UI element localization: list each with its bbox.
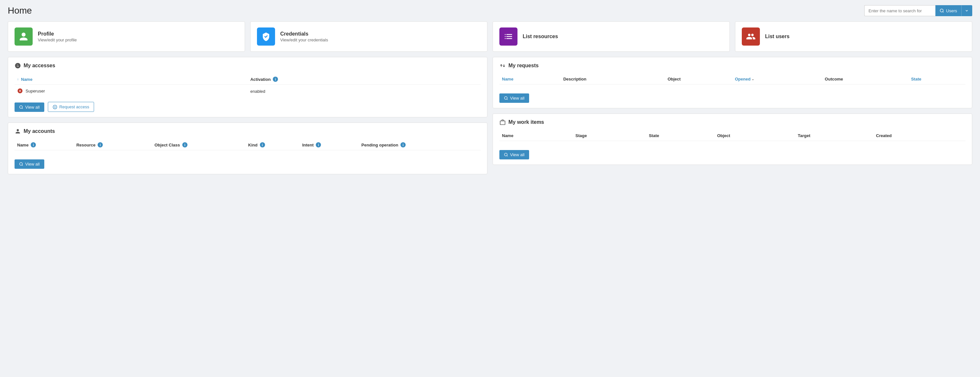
my-accounts-title: My accounts bbox=[14, 128, 480, 135]
search-icon bbox=[940, 8, 944, 13]
col-accounts-intent: Intent i bbox=[300, 140, 359, 150]
col-accounts-pending: Pending operation i bbox=[359, 140, 480, 150]
svg-line-10 bbox=[507, 99, 508, 100]
col-work-name: Name bbox=[500, 130, 573, 141]
svg-line-3 bbox=[22, 108, 22, 109]
accounts-kind-info-icon[interactable]: i bbox=[260, 142, 265, 148]
search-sm4-icon bbox=[504, 153, 508, 157]
cards-row: Profile View/edit your profile Credentia… bbox=[8, 21, 972, 52]
svg-point-11 bbox=[504, 153, 508, 156]
list-users-card-icon bbox=[742, 27, 760, 46]
bottom-grid: My accesses ↑ Name bbox=[8, 57, 972, 174]
svg-line-1 bbox=[943, 12, 944, 13]
col-name-accesses[interactable]: ↑ Name bbox=[14, 74, 248, 85]
search-sm2-icon bbox=[19, 162, 23, 166]
col-requests-state[interactable]: State bbox=[908, 74, 966, 84]
col-work-created: Created bbox=[873, 130, 966, 141]
search-button-label: Users bbox=[946, 8, 957, 13]
superuser-role-icon bbox=[17, 88, 23, 94]
credentials-card-icon bbox=[257, 27, 275, 46]
card-list-users[interactable]: List users bbox=[735, 21, 972, 52]
col-requests-outcome: Outcome bbox=[822, 74, 908, 84]
accounts-resource-info-icon[interactable]: i bbox=[98, 142, 103, 148]
work-items-icon bbox=[500, 119, 506, 126]
col-work-target: Target bbox=[795, 130, 873, 141]
col-work-stage: Stage bbox=[573, 130, 646, 141]
search-input[interactable] bbox=[864, 5, 935, 16]
table-row: Superuser enabled bbox=[14, 85, 480, 98]
search-dropdown-button[interactable] bbox=[961, 5, 972, 16]
card-credentials-title: Credentials bbox=[280, 31, 328, 37]
card-credentials-desc: View/edit your credentials bbox=[280, 38, 328, 42]
my-accounts-panel: My accounts Name i bbox=[8, 122, 487, 174]
col-work-state: State bbox=[646, 130, 714, 141]
col-work-object: Object bbox=[714, 130, 795, 141]
main-content: Profile View/edit your profile Credentia… bbox=[0, 21, 980, 182]
access-name-cell: Superuser bbox=[14, 85, 248, 98]
my-work-items-table: Name Stage State Object bbox=[500, 130, 966, 146]
svg-point-7 bbox=[20, 163, 22, 165]
col-accounts-resource: Resource i bbox=[74, 140, 152, 150]
col-requests-object: Object bbox=[665, 74, 732, 84]
requests-view-all-button[interactable]: View all bbox=[500, 94, 529, 103]
my-accesses-table: ↑ Name Activation i bbox=[14, 74, 480, 98]
activation-info-icon[interactable]: i bbox=[273, 76, 278, 82]
accounts-intent-info-icon[interactable]: i bbox=[316, 142, 321, 148]
svg-point-0 bbox=[940, 9, 943, 12]
card-credentials[interactable]: Credentials View/edit your credentials bbox=[250, 21, 487, 52]
accounts-name-info-icon[interactable]: i bbox=[31, 142, 36, 148]
accounts-pending-info-icon[interactable]: i bbox=[401, 142, 406, 148]
my-accesses-buttons: View all Request access bbox=[14, 98, 480, 112]
accounts-view-all-button[interactable]: View all bbox=[14, 159, 44, 169]
page-header: Home Users bbox=[0, 0, 980, 21]
access-icon bbox=[14, 62, 21, 69]
list-resources-card-icon bbox=[500, 27, 517, 46]
users-icon bbox=[746, 32, 756, 41]
svg-line-8 bbox=[22, 165, 22, 165]
accounts-objectclass-info-icon[interactable]: i bbox=[182, 142, 188, 148]
card-credentials-text: Credentials View/edit your credentials bbox=[280, 31, 328, 42]
accesses-view-all-button[interactable]: View all bbox=[14, 102, 44, 112]
my-work-items-title: My work items bbox=[500, 119, 966, 126]
card-profile-text: Profile View/edit your profile bbox=[38, 31, 76, 42]
col-requests-opened[interactable]: Opened ⌄ bbox=[732, 74, 822, 84]
card-profile[interactable]: Profile View/edit your profile bbox=[8, 21, 245, 52]
work-items-empty-row bbox=[500, 141, 966, 146]
search-sm3-icon bbox=[504, 96, 508, 100]
card-profile-title: Profile bbox=[38, 31, 76, 37]
card-list-resources-title: List resources bbox=[523, 33, 558, 40]
col-requests-name[interactable]: Name bbox=[500, 74, 561, 84]
card-profile-desc: View/edit your profile bbox=[38, 38, 76, 42]
work-items-view-all-button[interactable]: View all bbox=[500, 150, 529, 159]
col-accounts-kind: Kind i bbox=[246, 140, 300, 150]
profile-card-icon bbox=[14, 27, 33, 46]
col-accounts-name: Name i bbox=[14, 140, 74, 150]
svg-line-12 bbox=[507, 156, 508, 156]
card-list-resources-text: List resources bbox=[523, 33, 558, 40]
list-icon bbox=[504, 32, 513, 41]
request-access-button[interactable]: Request access bbox=[48, 102, 94, 112]
opened-sort-icon: ⌄ bbox=[751, 77, 754, 81]
my-accesses-title: My accesses bbox=[14, 62, 480, 69]
svg-point-9 bbox=[504, 97, 508, 100]
col-requests-description: Description bbox=[561, 74, 665, 84]
page-title: Home bbox=[8, 5, 32, 16]
card-list-users-title: List users bbox=[765, 33, 790, 40]
my-requests-table: Name Description Object Opened bbox=[500, 74, 966, 89]
col-activation: Activation i bbox=[248, 74, 480, 85]
my-accounts-buttons: View all bbox=[14, 156, 480, 169]
user-icon bbox=[19, 32, 29, 41]
plus-circle-icon bbox=[52, 105, 57, 109]
requests-icon bbox=[500, 62, 506, 69]
card-list-resources[interactable]: List resources bbox=[493, 21, 730, 52]
search-bar: Users bbox=[864, 5, 972, 16]
shield-icon bbox=[261, 32, 271, 41]
search-button[interactable]: Users bbox=[935, 5, 961, 16]
chevron-down-icon bbox=[965, 9, 969, 13]
my-work-items-panel: My work items Name Stage State bbox=[493, 113, 972, 165]
card-list-users-text: List users bbox=[765, 33, 790, 40]
requests-empty-row bbox=[500, 84, 966, 90]
my-accesses-panel: My accesses ↑ Name bbox=[8, 57, 487, 118]
my-requests-panel: My requests Name Description Object bbox=[493, 57, 972, 108]
left-column: My accesses ↑ Name bbox=[8, 57, 487, 174]
